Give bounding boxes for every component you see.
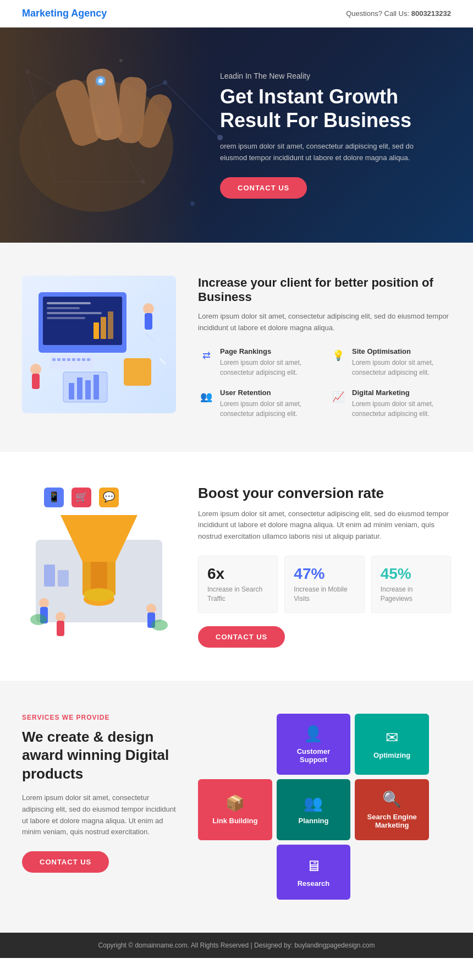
page-rankings-text: Page Rankings Lorem ipsum dolor sit amet… [220,347,319,377]
section1-content: Increase your client for better position… [198,276,451,419]
svg-rect-39 [94,375,99,399]
svg-point-69 [146,604,156,614]
svg-rect-34 [124,358,151,386]
customer-support-icon: 👤 [304,725,323,743]
service-link-building[interactable]: 📦 Link Building [198,779,272,840]
feature-page-rankings: ⇄ Page Rankings Lorem ipsum dolor sit am… [198,347,319,377]
svg-rect-31 [145,313,152,330]
svg-text:📱: 📱 [48,491,61,503]
hero-cta-button[interactable]: CONTACT US [220,177,307,199]
svg-rect-47 [72,358,75,361]
hero-section: Leadin In The New Reality Get Instant Gr… [0,28,473,243]
feature-title: User Retention [220,388,319,397]
service-optimizing[interactable]: ✉ Optimizing [355,714,429,775]
research-icon: 🖥 [306,857,321,875]
service-label: Optimizing [373,751,410,759]
section1-description: Lorem ipsum dolor sit amet, consectetur … [198,311,451,334]
service-label: Research [298,879,330,888]
user-retention-icon: 👥 [198,388,215,405]
stat-label: Increase in Pageviews [381,585,442,604]
services-left-content: SERVICES WE PROVIDE We create & design a… [22,714,176,873]
svg-line-52 [146,334,153,341]
feature-desc: Lorem ipsum dolor sit amet, consectetur … [220,399,319,419]
digital-marketing-icon: 📈 [330,388,346,405]
features-grid: ⇄ Page Rankings Lorem ipsum dolor sit am… [198,347,451,419]
section1-title: Increase your client for better position… [198,276,451,304]
service-label: Customer Support [283,747,344,764]
svg-point-73 [30,614,47,625]
footer: Copyright © domainname.com. All Rights R… [0,933,473,958]
search-engine-marketing-icon: 🔍 [382,790,402,808]
svg-rect-38 [85,380,91,399]
svg-point-74 [151,620,168,631]
funnel-visual: 📱 🛒 💬 [22,485,176,639]
section-services: SERVICES WE PROVIDE We create & design a… [0,681,473,933]
hero-content: Leadin In The New Reality Get Instant Gr… [220,72,429,199]
svg-rect-43 [52,358,56,361]
svg-rect-37 [77,377,82,399]
feature-user-retention: 👥 User Retention Lorem ipsum dolor sit a… [198,388,319,419]
feature-digital-marketing: 📈 Digital Marketing Lorem ipsum dolor si… [330,388,451,419]
svg-point-20 [98,79,103,83]
service-customer-support[interactable]: 👤 Customer Support [277,714,351,775]
service-research[interactable]: 🖥 Research [277,845,351,900]
feature-desc: Lorem ipsum dolor sit amet, consectetur … [352,399,451,419]
svg-rect-28 [101,317,106,339]
section2-title: Boost your conversion rate [198,485,451,502]
svg-rect-36 [69,383,74,399]
svg-point-32 [30,364,41,375]
svg-rect-50 [87,358,90,361]
svg-rect-44 [57,358,61,361]
svg-point-67 [56,612,65,622]
section2-cta-button[interactable]: CONTACT US [198,626,285,648]
service-search-engine-marketing[interactable]: 🔍 Search Engine Marketing [355,779,429,840]
link-building-icon: 📦 [226,794,245,812]
hero-title: Get Instant GrowthResult For Business [220,85,429,132]
feature-title: Page Rankings [220,347,319,355]
service-planning[interactable]: 👥 Planning [277,779,351,840]
svg-text:🛒: 🛒 [75,491,88,503]
services-inner: SERVICES WE PROVIDE We create & design a… [22,714,451,900]
section-boost-conversion: 📱 🛒 💬 [0,452,473,681]
svg-rect-72 [58,570,69,587]
services-cta-button[interactable]: CONTACT US [22,851,109,873]
service-label: Link Building [212,817,257,825]
section1-inner: Increase your client for better position… [22,276,451,419]
section2-description: Lorem ipsum dolor sit amet, consectetur … [198,508,451,543]
svg-point-30 [143,303,154,314]
svg-rect-42 [50,355,94,369]
svg-rect-71 [44,565,55,587]
svg-point-64 [84,588,114,601]
service-label: Search Engine Marketing [361,813,422,829]
svg-rect-48 [77,358,80,361]
section2-inner: 📱 🛒 💬 [22,485,451,648]
stat-number: 47% [294,565,355,583]
section-increase-clients: Increase your client for better position… [0,243,473,452]
optimizing-icon: ✉ [386,729,398,747]
svg-rect-33 [32,374,40,389]
svg-rect-24 [47,307,80,309]
hero-description: orem ipsum dolor sit amet, consectetur a… [220,141,429,164]
services-title: We create & design award winning Digital… [22,728,176,784]
services-grid: 👤 Customer Support ✉ Optimizing 📦 Link B… [198,714,429,900]
isometric-svg [28,281,170,408]
svg-text:💬: 💬 [103,491,116,503]
stat-mobile-visits: 47% Increase in Mobile Visits [284,556,364,613]
section1-illustration [22,276,176,413]
hero-subtitle: Leadin In The New Reality [220,72,429,80]
feature-desc: Lorem ipsum dolor sit amet, consectetur … [352,358,451,377]
digital-marketing-text: Digital Marketing Lorem ipsum dolor sit … [352,388,451,419]
svg-rect-25 [47,312,102,314]
stat-pageviews: 45% Increase in Pageviews [371,556,451,613]
header-phone: Questions? Call Us: 8003213232 [346,9,451,18]
stat-number: 6x [207,565,268,583]
svg-rect-29 [108,311,113,339]
section1-visual [22,276,176,413]
service-label: Planning [299,817,329,825]
feature-title: Digital Marketing [352,388,451,397]
header: Marketing Agency Questions? Call Us: 800… [0,0,473,28]
user-retention-text: User Retention Lorem ipsum dolor sit ame… [220,388,319,419]
section2-content: Boost your conversion rate Lorem ipsum d… [198,485,451,648]
svg-rect-46 [67,358,70,361]
svg-rect-27 [94,322,99,339]
